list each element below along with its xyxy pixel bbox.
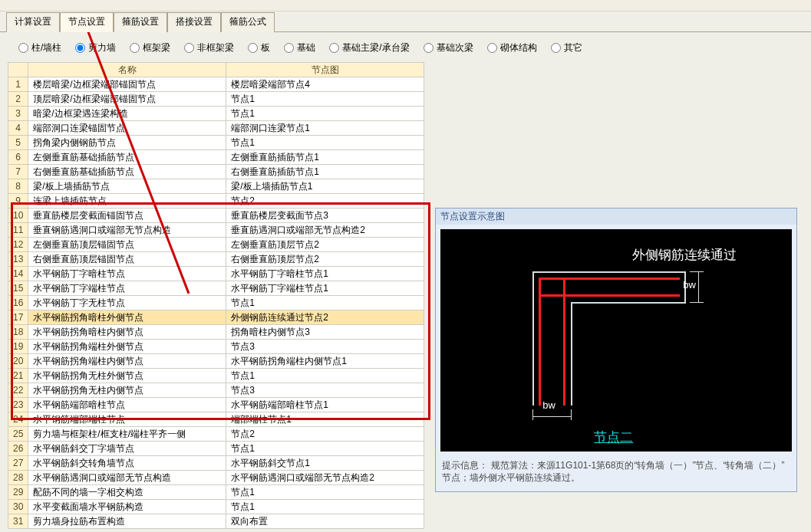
table-row[interactable]: 22水平钢筋拐角无柱内侧节点节点3: [8, 383, 424, 398]
tab-calc[interactable]: 计算设置: [6, 12, 60, 32]
radio-column[interactable]: 柱/墙柱: [18, 41, 61, 54]
row-name: 垂直筋楼层变截面锚固节点: [28, 209, 226, 223]
row-name: 水平钢筋拐角端柱内侧节点: [28, 354, 226, 369]
row-name: 拐角梁内侧钢筋节点: [28, 136, 226, 150]
row-name: 水平钢筋斜交丁字墙节点: [28, 442, 226, 456]
row-name: 垂直钢筋遇洞口或端部无节点构造: [28, 223, 226, 238]
radio-slab[interactable]: 板: [248, 41, 270, 54]
node-table[interactable]: 名称 节点图 1楼层暗梁/边框梁端部锚固节点楼层暗梁端部节点42顶层暗梁/边框梁…: [8, 62, 424, 529]
row-index: 24: [8, 412, 28, 427]
table-row[interactable]: 30水平变截面墙水平钢筋构造节点1: [8, 500, 424, 514]
table-row[interactable]: 24水平钢筋端部端柱节点端部端柱节点1: [8, 412, 424, 427]
row-name: 梁/板上墙插筋节点: [28, 179, 226, 194]
row-diagram: 外侧钢筋连续通过节点2: [226, 310, 424, 325]
row-name: 水平钢筋斜交转角墙节点: [28, 456, 226, 471]
table-row[interactable]: 18水平钢筋拐角暗柱内侧节点拐角暗柱内侧节点3: [8, 325, 424, 340]
row-diagram: 拐角暗柱内侧节点3: [226, 325, 424, 340]
radio-nonframebeam[interactable]: 非框架梁: [184, 41, 234, 54]
table-row[interactable]: 3暗梁/边框梁遇连梁构造节点1: [8, 107, 424, 121]
radio-foundsecbeam[interactable]: 基础次梁: [424, 41, 473, 54]
radio-foundation[interactable]: 基础: [284, 41, 315, 54]
diagram-caption: 节点二: [594, 429, 633, 446]
row-name: 水平钢筋遇洞口或端部无节点构造: [28, 471, 226, 485]
row-index: 13: [8, 252, 28, 267]
table-row[interactable]: 2顶层暗梁/边框梁端部锚固节点节点1: [8, 92, 424, 107]
row-index: 4: [8, 121, 28, 136]
table-row[interactable]: 23水平钢筋端部暗柱节点水平钢筋端部暗柱节点1: [8, 398, 424, 412]
row-name: 右侧垂直筋基础插筋节点: [28, 165, 226, 179]
row-diagram: 节点1: [226, 296, 424, 310]
row-diagram: 节点1: [226, 369, 424, 383]
table-row[interactable]: 27水平钢筋斜交转角墙节点水平钢筋斜交节点1: [8, 456, 424, 471]
table-row[interactable]: 8梁/板上墙插筋节点梁/板上墙插筋节点1: [8, 179, 424, 194]
row-index: 28: [8, 471, 28, 485]
radio-foundbeam[interactable]: 基础主梁/承台梁: [329, 41, 409, 54]
table-row[interactable]: 20水平钢筋拐角端柱内侧节点水平钢筋拐角端柱内侧节点1: [8, 354, 424, 369]
table-row[interactable]: 7右侧垂直筋基础插筋节点右侧垂直筋插筋节点1: [8, 165, 424, 179]
radio-shearwall[interactable]: 剪力墙: [75, 41, 116, 54]
row-index: 21: [8, 369, 28, 383]
row-index: 9: [8, 194, 28, 209]
row-diagram: 节点3: [226, 340, 424, 354]
radio-other[interactable]: 其它: [551, 41, 582, 54]
tab-formula[interactable]: 箍筋公式: [221, 12, 275, 32]
row-name: 水平钢筋拐角暗柱内侧节点: [28, 325, 226, 340]
row-diagram: 右侧垂直筋插筋节点1: [226, 165, 424, 179]
row-index: 16: [8, 296, 28, 310]
table-row[interactable]: 9连梁上墙插筋节点节点2: [8, 194, 424, 209]
table-row[interactable]: 11垂直钢筋遇洞口或端部无节点构造垂直筋遇洞口或端部无节点构造2: [8, 223, 424, 238]
row-name: 楼层暗梁/边框梁端部锚固节点: [28, 77, 226, 92]
table-row[interactable]: 13右侧垂直筋顶层锚固节点右侧垂直筋顶层节点2: [8, 252, 424, 267]
row-name: 水平钢筋丁字无柱节点: [28, 296, 226, 310]
table-row[interactable]: 17水平钢筋拐角暗柱外侧节点外侧钢筋连续通过节点2: [8, 310, 424, 325]
row-diagram: 梁/板上墙插筋节点1: [226, 179, 424, 194]
row-name: 水平钢筋丁字暗柱节点: [28, 267, 226, 281]
row-diagram: 水平钢筋遇洞口或端部无节点构造2: [226, 471, 424, 485]
row-index: 3: [8, 107, 28, 121]
table-row[interactable]: 5拐角梁内侧钢筋节点节点1: [8, 136, 424, 150]
table-row[interactable]: 29配筋不同的墙一字相交构造节点1: [8, 485, 424, 500]
table-row[interactable]: 15水平钢筋丁字端柱节点水平钢筋丁字端柱节点1: [8, 281, 424, 296]
row-diagram: 节点1: [226, 92, 424, 107]
row-index: 26: [8, 442, 28, 456]
table-row[interactable]: 10垂直筋楼层变截面锚固节点垂直筋楼层变截面节点3: [8, 209, 424, 223]
table-row[interactable]: 16水平钢筋丁字无柱节点节点1: [8, 296, 424, 310]
row-name: 暗梁/边框梁遇连梁构造: [28, 107, 226, 121]
row-index: 14: [8, 267, 28, 281]
diagram-dim-top: bw: [683, 279, 696, 291]
row-name: 水平钢筋拐角无柱外侧节点: [28, 369, 226, 383]
tab-stirrup[interactable]: 箍筋设置: [114, 12, 167, 32]
row-index: 27: [8, 456, 28, 471]
table-row[interactable]: 21水平钢筋拐角无柱外侧节点节点1: [8, 369, 424, 383]
table-row[interactable]: 12左侧垂直筋顶层锚固节点左侧垂直筋顶层节点2: [8, 238, 424, 252]
row-name: 水平钢筋丁字端柱节点: [28, 281, 226, 296]
row-index: 10: [8, 209, 28, 223]
table-row[interactable]: 26水平钢筋斜交丁字墙节点节点1: [8, 442, 424, 456]
table-row[interactable]: 31剪力墙身拉筋布置构造双向布置: [8, 514, 424, 529]
table-row[interactable]: 4端部洞口连梁锚固节点端部洞口连梁节点1: [8, 121, 424, 136]
table-row[interactable]: 6左侧垂直筋基础插筋节点左侧垂直筋插筋节点1: [8, 150, 424, 165]
row-index: 17: [8, 310, 28, 325]
row-index: 8: [8, 179, 28, 194]
col-diagram: 节点图: [226, 63, 424, 77]
tab-node[interactable]: 节点设置: [60, 12, 114, 32]
row-name: 顶层暗梁/边框梁端部锚固节点: [28, 92, 226, 107]
table-row[interactable]: 25剪力墙与框架柱/框支柱/端柱平齐一侧节点2: [8, 427, 424, 442]
row-diagram: 端部洞口连梁节点1: [226, 121, 424, 136]
table-row[interactable]: 1楼层暗梁/边框梁端部锚固节点楼层暗梁端部节点4: [8, 77, 424, 92]
row-name: 水平变截面墙水平钢筋构造: [28, 500, 226, 514]
row-diagram: 节点1: [226, 500, 424, 514]
row-index: 15: [8, 281, 28, 296]
row-index: 12: [8, 238, 28, 252]
table-row[interactable]: 19水平钢筋拐角端柱外侧节点节点3: [8, 340, 424, 354]
radio-framebeam[interactable]: 框架梁: [130, 41, 170, 54]
row-diagram: 节点1: [226, 485, 424, 500]
table-row[interactable]: 14水平钢筋丁字暗柱节点水平钢筋丁字暗柱节点1: [8, 267, 424, 281]
radio-masonry[interactable]: 砌体结构: [487, 41, 537, 54]
row-index: 18: [8, 325, 28, 340]
row-name: 水平钢筋端部端柱节点: [28, 412, 226, 427]
tab-lap[interactable]: 搭接设置: [167, 12, 221, 32]
row-name: 右侧垂直筋顶层锚固节点: [28, 252, 226, 267]
table-row[interactable]: 28水平钢筋遇洞口或端部无节点构造水平钢筋遇洞口或端部无节点构造2: [8, 471, 424, 485]
row-name: 左侧垂直筋顶层锚固节点: [28, 238, 226, 252]
